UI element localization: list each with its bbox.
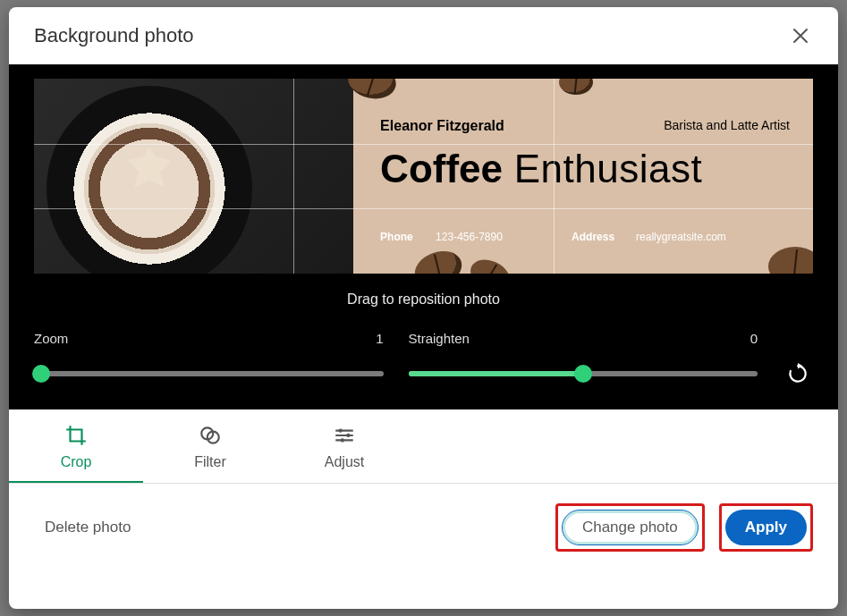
svg-point-2 [339, 428, 343, 432]
apply-button[interactable]: Apply [725, 510, 807, 545]
coffee-cup-graphic [47, 86, 252, 274]
banner-headline-bold: Coffee [380, 147, 503, 190]
modal-header: Background photo [9, 7, 838, 64]
tab-crop-label: Crop [61, 454, 92, 470]
photo-frame: Eleanor Fitzgerald Barista and Latte Art… [9, 64, 838, 283]
background-photo-preview[interactable]: Eleanor Fitzgerald Barista and Latte Art… [34, 79, 813, 274]
coffee-bean-graphic [345, 79, 400, 103]
highlight-box: Change photo [555, 503, 705, 552]
slider-row: Zoom 1 Straighten 0 [9, 324, 838, 409]
modal-title: Background photo [34, 24, 194, 47]
coffee-bean-graphic [768, 247, 813, 274]
banner-headline-light: Enthusiast [514, 147, 702, 190]
coffee-bean-graphic [410, 245, 467, 274]
coffee-bean-graphic [559, 79, 593, 95]
footer-button-row: Change photo Apply [555, 503, 813, 552]
photo-latte-art [34, 79, 353, 274]
straighten-slider[interactable] [409, 371, 758, 376]
reposition-hint: Drag to reposition photo [9, 283, 838, 324]
zoom-value: 1 [376, 331, 383, 346]
banner-address-value: reallygreatsite.com [636, 231, 726, 243]
reset-icon [786, 362, 809, 385]
coffee-bean-graphic [466, 254, 515, 274]
banner-role: Barista and Latte Artist [664, 118, 790, 132]
tab-filter-label: Filter [194, 454, 226, 470]
tab-adjust[interactable]: Adjust [277, 409, 411, 483]
close-icon [790, 25, 811, 46]
change-photo-button[interactable]: Change photo [562, 510, 699, 545]
banner-address-label: Address [572, 231, 614, 243]
crop-icon [64, 424, 88, 447]
zoom-label: Zoom [34, 331, 68, 346]
zoom-control: Zoom 1 [34, 331, 384, 376]
photo-editor: Eleanor Fitzgerald Barista and Latte Art… [9, 64, 838, 409]
banner-phone-label: Phone [380, 231, 413, 243]
straighten-label: Straighten [409, 331, 470, 346]
banner-headline: Coffee Enthusiast [380, 147, 702, 191]
adjust-icon [333, 424, 356, 447]
close-button[interactable] [784, 20, 817, 52]
highlight-box: Apply [719, 503, 813, 552]
delete-photo-button[interactable]: Delete photo [45, 519, 131, 536]
zoom-slider[interactable] [34, 371, 384, 376]
tab-crop[interactable]: Crop [9, 409, 143, 483]
tab-filter[interactable]: Filter [143, 409, 277, 483]
editor-tabs: Crop Filter Adjust [9, 409, 838, 484]
banner-name: Eleanor Fitzgerald [380, 118, 504, 134]
photo-right-panel: Eleanor Fitzgerald Barista and Latte Art… [353, 79, 813, 274]
svg-point-4 [341, 438, 344, 442]
modal-footer: Delete photo Change photo Apply [9, 484, 838, 573]
straighten-control: Straighten 0 [409, 331, 758, 376]
background-photo-modal: Background photo Eleanor Fitzgerald Bari… [9, 7, 838, 609]
svg-point-3 [346, 434, 350, 437]
straighten-value: 0 [750, 331, 758, 346]
filter-icon [199, 424, 222, 447]
reset-straighten-button[interactable] [783, 359, 813, 390]
tab-adjust-label: Adjust [325, 454, 364, 470]
banner-phone-value: 123-456-7890 [436, 231, 503, 243]
